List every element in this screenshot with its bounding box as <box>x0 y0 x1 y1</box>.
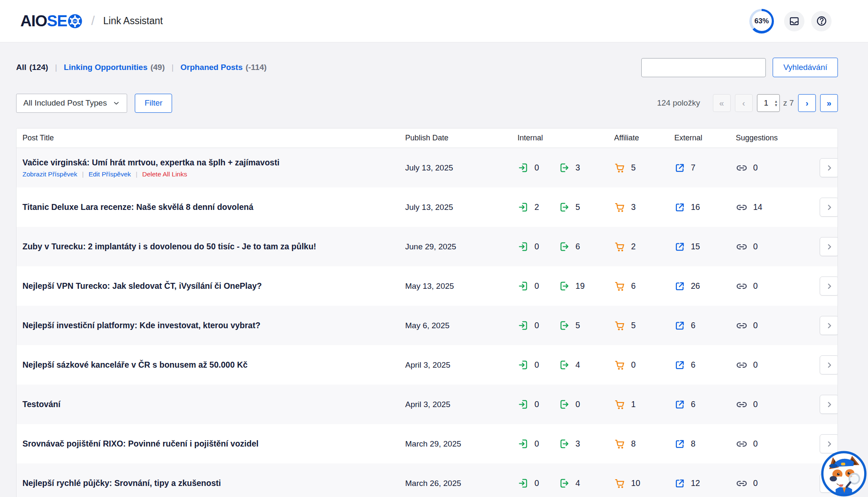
link-outbound-icon <box>559 201 570 213</box>
external-link-icon <box>674 202 685 213</box>
breadcrumb: AIOSE <box>20 12 163 30</box>
column-affiliate: Affiliate <box>614 134 674 142</box>
expand-row-button[interactable] <box>820 158 838 177</box>
chevron-down-icon <box>113 100 120 107</box>
external-link-icon <box>674 399 685 410</box>
internal-outbound-count: 4 <box>576 360 580 370</box>
post-title-link[interactable]: Zuby v Turecku: 2 implantáty i s dovolen… <box>22 241 395 251</box>
post-title-link[interactable]: Nejlepší sázkové kanceláře v ČR s bonuse… <box>22 360 395 370</box>
external-link-icon <box>674 241 685 252</box>
link-inbound-icon <box>517 201 529 213</box>
notifications-button[interactable] <box>784 11 804 31</box>
expand-row-button[interactable] <box>820 395 838 414</box>
internal-inbound-count: 0 <box>534 399 539 409</box>
internal-inbound-count: 0 <box>534 321 539 330</box>
expand-row-button[interactable] <box>820 276 838 296</box>
internal-outbound-count: 5 <box>576 202 580 212</box>
table-row: Nejlepší rychlé půjčky: Srovnání, tipy a… <box>17 463 837 497</box>
external-count: 26 <box>691 281 700 291</box>
internal-outbound-count: 3 <box>576 439 580 449</box>
chevron-right-icon <box>825 439 834 449</box>
next-page-button[interactable]: › <box>798 94 816 112</box>
post-title-link[interactable]: Testování <box>22 399 395 409</box>
aioseo-logo[interactable]: AIOSE <box>20 12 83 30</box>
link-inbound-icon <box>517 477 529 489</box>
pagination: 124 položky « ‹ 1 ▴▾ z 7 › » <box>657 94 838 112</box>
publish-date: March 29, 2025 <box>405 439 517 449</box>
tab-orphaned-posts[interactable]: Orphaned Posts (-114) <box>181 63 267 72</box>
link-outbound-icon <box>559 280 570 292</box>
post-title-link[interactable]: Vačice virginská: Umí hrát mrtvou, exper… <box>22 157 395 168</box>
items-count: 124 položky <box>657 98 700 108</box>
affiliate-count: 8 <box>631 439 636 449</box>
affiliate-count: 2 <box>631 242 636 251</box>
filter-button[interactable]: Filter <box>135 94 172 113</box>
prev-page-button[interactable]: ‹ <box>735 94 753 112</box>
publish-date: April 3, 2025 <box>405 400 517 409</box>
tab-linking-opportunities[interactable]: Linking Opportunities (49) <box>64 63 165 72</box>
table-row: Nejlepší investiční platformy: Kde inves… <box>17 306 837 345</box>
external-count: 12 <box>691 478 700 488</box>
link-outbound-icon <box>559 162 570 173</box>
table-row: Testování April 3, 2025 0 <box>17 385 837 424</box>
post-title-link[interactable]: Srovnávač pojištění RIXO: Povinné ručení… <box>22 438 395 449</box>
post-title-link[interactable]: Nejlepší rychlé půjčky: Srovnání, tipy a… <box>22 478 395 488</box>
help-icon <box>816 15 827 27</box>
link-inbound-icon <box>517 280 529 292</box>
publish-date: April 3, 2025 <box>405 360 517 370</box>
expand-row-button[interactable] <box>820 316 838 335</box>
expand-row-button[interactable] <box>820 355 838 374</box>
link-chain-icon <box>736 162 748 174</box>
link-inbound-icon <box>517 320 529 331</box>
chevron-right-icon <box>825 282 834 291</box>
edit-post-link[interactable]: Edit Příspěvek <box>89 170 131 178</box>
link-chain-icon <box>736 399 748 410</box>
post-title-link[interactable]: Nejlepší VPN Turecko: Jak sledovat ČT, i… <box>22 281 395 291</box>
link-chain-icon <box>736 359 748 371</box>
expand-row-button[interactable] <box>820 237 838 256</box>
table-body: Vačice virginská: Umí hrát mrtvou, exper… <box>17 148 837 497</box>
search-button[interactable]: Vyhledávání <box>773 58 838 77</box>
link-chain-icon <box>736 438 748 450</box>
table-header: Post Title Publish Date Internal Affilia… <box>17 128 837 148</box>
shopping-cart-icon <box>614 359 626 371</box>
post-title-link[interactable]: Titanic Deluxe Lara recenze: Naše skvělá… <box>22 202 395 212</box>
shopping-cart-icon <box>614 241 626 252</box>
seo-score-ring[interactable]: 63% <box>749 9 774 34</box>
link-inbound-icon <box>517 359 529 371</box>
view-post-link[interactable]: Zobrazit Příspěvek <box>22 170 77 178</box>
link-inbound-icon <box>517 241 529 252</box>
current-page-input[interactable]: 1 ▴▾ <box>757 94 780 112</box>
external-link-icon <box>674 478 685 489</box>
topbar: AIOSE <box>0 0 868 42</box>
post-title-link[interactable]: Nejlepší investiční platformy: Kde inves… <box>22 320 395 330</box>
mascot-help-button[interactable] <box>821 451 867 497</box>
delete-all-links-link[interactable]: Delete All Links <box>142 170 187 178</box>
affiliate-count: 0 <box>631 360 636 370</box>
first-page-button[interactable]: « <box>713 94 731 112</box>
link-chain-icon <box>736 280 748 292</box>
suggestions-count: 0 <box>753 321 758 330</box>
internal-inbound-count: 0 <box>534 478 539 488</box>
external-count: 8 <box>691 439 696 449</box>
post-type-select[interactable]: All Included Post Types <box>16 94 127 113</box>
link-outbound-icon <box>559 359 570 371</box>
expand-row-button[interactable] <box>820 198 838 217</box>
post-type-select-value: All Included Post Types <box>23 98 107 108</box>
table-row: Nejlepší VPN Turecko: Jak sledovat ČT, i… <box>17 266 837 306</box>
suggestions-count: 14 <box>753 202 762 212</box>
help-button[interactable] <box>811 11 832 31</box>
link-chain-icon <box>736 477 748 489</box>
page-spinner[interactable]: ▴▾ <box>775 99 779 107</box>
chevron-right-icon <box>825 321 834 330</box>
logo-text-se: SE <box>47 12 67 30</box>
tab-all[interactable]: All (124) <box>16 63 48 72</box>
last-page-button[interactable]: » <box>820 94 838 112</box>
link-inbound-icon <box>517 399 529 410</box>
tab-separator: | <box>55 63 57 72</box>
search-input[interactable] <box>641 58 766 77</box>
breadcrumb-separator: / <box>91 14 95 28</box>
shopping-cart-icon <box>614 320 626 331</box>
external-count: 16 <box>691 202 700 212</box>
link-inbound-icon <box>517 162 529 173</box>
